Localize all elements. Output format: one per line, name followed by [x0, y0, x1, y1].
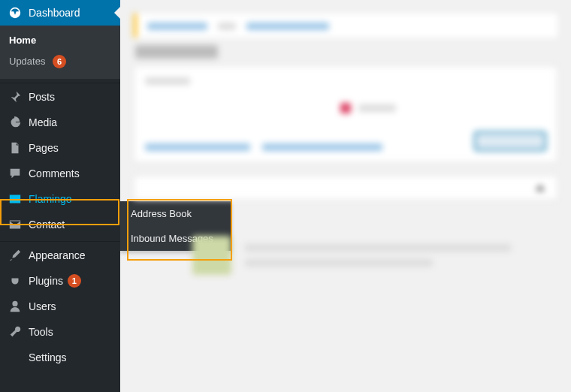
submenu-label: Home	[9, 35, 36, 46]
main-content	[120, 0, 571, 392]
updates-badge: 6	[53, 55, 66, 68]
user-icon	[8, 299, 23, 314]
menu-separator	[0, 79, 120, 83]
chevron-up-icon	[536, 185, 545, 191]
current-indicator-icon	[114, 7, 120, 19]
menu-media[interactable]: Media	[0, 110, 120, 135]
menu-comments[interactable]: Comments	[0, 161, 120, 186]
wrench-icon	[8, 324, 23, 339]
admin-sidebar: Dashboard Home Updates 6 Posts Media	[0, 0, 120, 392]
menu-label: Flamingo	[29, 193, 72, 205]
page-icon	[8, 140, 23, 155]
plugins-badge: 1	[68, 274, 81, 288]
menu-label: Pages	[29, 142, 59, 154]
menu-appearance[interactable]: Appearance	[0, 243, 120, 268]
menu-flamingo[interactable]: Flamingo	[0, 186, 120, 212]
pin-icon	[8, 89, 23, 104]
card-icon	[8, 191, 23, 207]
menu-label: Appearance	[29, 249, 86, 261]
submenu-updates[interactable]: Updates 6	[0, 50, 120, 73]
menu-label: Tools	[29, 326, 53, 338]
menu-posts[interactable]: Posts	[0, 84, 120, 110]
menu-label: Users	[29, 300, 56, 312]
comment-icon	[8, 166, 23, 181]
content-item	[134, 236, 557, 275]
menu-users[interactable]: Users	[0, 294, 120, 319]
settings-icon	[8, 350, 23, 365]
submenu-home[interactable]: Home	[0, 30, 120, 50]
envelope-icon	[8, 217, 23, 232]
primary-button[interactable]	[474, 131, 546, 151]
menu-label: Contact	[29, 219, 65, 231]
menu-label: Media	[29, 116, 57, 128]
menu-label: Dashboard	[29, 7, 80, 19]
menu-separator	[0, 237, 120, 242]
avatar	[192, 236, 231, 275]
menu-contact[interactable]: Contact	[0, 212, 120, 237]
plug-icon	[8, 273, 23, 288]
submenu-dashboard: Home Updates 6	[0, 26, 120, 79]
submenu-label: Updates	[9, 56, 45, 67]
admin-notice	[134, 14, 557, 38]
menu-label: Comments	[29, 167, 80, 179]
menu-plugins[interactable]: Plugins 1	[0, 268, 120, 294]
menu-tools[interactable]: Tools	[0, 319, 120, 345]
menu-pages[interactable]: Pages	[0, 135, 120, 161]
menu-label: Posts	[29, 91, 55, 103]
brush-icon	[8, 248, 23, 263]
menu-settings[interactable]: Settings	[0, 345, 120, 370]
content-panel[interactable]	[134, 176, 557, 200]
menu-label: Settings	[29, 351, 67, 363]
content-card	[134, 66, 557, 162]
media-icon	[8, 115, 23, 130]
menu-dashboard[interactable]: Dashboard	[0, 0, 120, 26]
menu-label: Plugins	[29, 275, 63, 287]
dashboard-icon	[8, 5, 23, 20]
